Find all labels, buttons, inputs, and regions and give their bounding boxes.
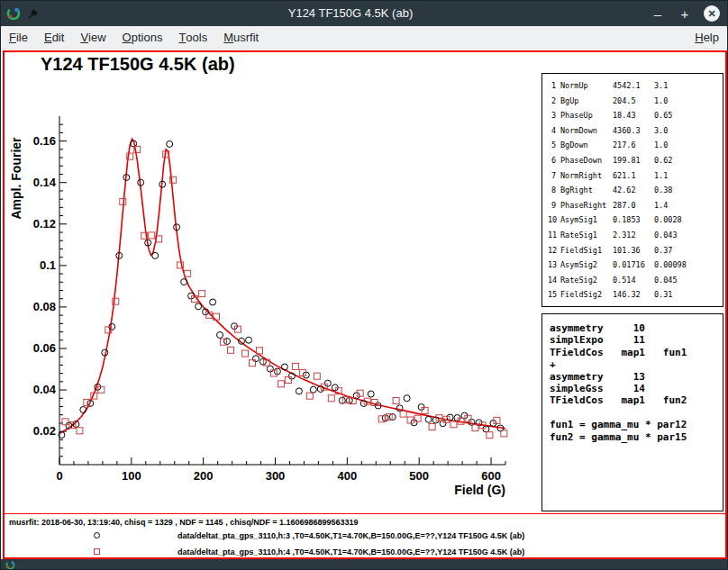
parameter-row: 6PhaseDown199.810.62 bbox=[548, 153, 723, 168]
svg-text:0.06: 0.06 bbox=[33, 341, 56, 355]
menu-item-edit[interactable]: Edit bbox=[36, 26, 72, 49]
theory-line: simpleGss 14 bbox=[550, 383, 723, 394]
y-axis-label: Ampl. Fourier bbox=[9, 137, 23, 220]
data-point bbox=[450, 421, 457, 428]
menu-item-options[interactable]: Options bbox=[114, 26, 171, 49]
parameter-row: 5BgDown217.61.0 bbox=[548, 138, 723, 153]
svg-text:0: 0 bbox=[56, 469, 62, 483]
data-point bbox=[393, 398, 399, 404]
parameter-row: 1NormUp4542.13.1 bbox=[548, 78, 723, 94]
fit-curve bbox=[59, 139, 505, 433]
data-point bbox=[285, 377, 291, 384]
legend-label: data/deltat_pta_gps_3110,h:3 ,T0=4.50K,T… bbox=[177, 531, 524, 540]
data-point bbox=[314, 373, 320, 379]
window-controls: – + ✕ bbox=[650, 5, 720, 23]
svg-text:400: 400 bbox=[338, 469, 358, 483]
parameter-row: 10AsymSig10.18530.0028 bbox=[548, 213, 723, 228]
data-point bbox=[228, 347, 234, 353]
musrfit-app-icon[interactable] bbox=[6, 6, 21, 21]
parameter-row: 2BgUp204.51.0 bbox=[548, 94, 723, 109]
data-point bbox=[250, 360, 256, 366]
data-point bbox=[181, 279, 187, 285]
fit-stats: musrfit: 2018-06-30, 13:19:40, chisq = 1… bbox=[9, 518, 358, 527]
data-point bbox=[246, 337, 252, 343]
theory-box[interactable]: asymmetry 10simplExpo 11TFieldCos map1 f… bbox=[541, 313, 723, 511]
data-point bbox=[487, 432, 493, 439]
theory-line: + bbox=[550, 358, 723, 370]
fourier-chart[interactable]: 0100200300400500600Field (G)0.020.040.06… bbox=[5, 52, 545, 507]
svg-text:200: 200 bbox=[194, 469, 214, 483]
data-point bbox=[296, 388, 302, 394]
menu-item-view[interactable]: View bbox=[72, 26, 114, 49]
menu-item-tools[interactable]: Tools bbox=[170, 26, 215, 49]
circle-marker-icon bbox=[94, 532, 100, 538]
taskbar-strip bbox=[1, 559, 727, 570]
data-point bbox=[310, 386, 316, 393]
titlebar-icons bbox=[6, 6, 40, 21]
parameter-box[interactable]: 1NormUp4542.13.12BgUp204.51.03PhaseUp18.… bbox=[541, 73, 723, 307]
legend-entry: data/deltat_pta_gps_3110,h:3 ,T0=4.50K,T… bbox=[5, 528, 725, 544]
parameter-row: 8BgRight42.620.38 bbox=[548, 183, 723, 198]
theory-line: fun2 = gamma_mu * par15 bbox=[550, 431, 723, 443]
data-point bbox=[149, 232, 155, 239]
svg-text:300: 300 bbox=[266, 469, 286, 483]
data-point bbox=[242, 350, 249, 357]
series-square bbox=[62, 146, 507, 438]
data-point bbox=[328, 395, 334, 402]
svg-text:0.12: 0.12 bbox=[33, 217, 56, 231]
theory-line bbox=[550, 407, 723, 419]
pad-divider bbox=[5, 513, 725, 514]
legend: data/deltat_pta_gps_3110,h:3 ,T0=4.50K,T… bbox=[5, 528, 725, 560]
minimize-button[interactable]: – bbox=[650, 5, 666, 22]
theory-line: TFieldCos map1 fun2 bbox=[550, 394, 723, 406]
data-point bbox=[270, 370, 277, 376]
maximize-button[interactable]: + bbox=[677, 5, 693, 22]
parameter-row: 12FieldSig1101.360.37 bbox=[548, 243, 723, 258]
theory-line: asymmetry 13 bbox=[550, 371, 723, 383]
svg-text:0.08: 0.08 bbox=[33, 300, 56, 313]
application-window: Y124 TF150G 4.5K (ab) – + ✕ FileEditView… bbox=[0, 0, 728, 570]
window-title: Y124 TF150G 4.5K (ab) bbox=[64, 6, 637, 20]
x-axis-label: Field (G) bbox=[454, 483, 505, 497]
menu-spacer bbox=[267, 26, 687, 49]
y-axis: 0.020.040.060.080.10.120.140.16Ampl. Fou… bbox=[9, 116, 67, 465]
menu-item-help[interactable]: Help bbox=[687, 26, 727, 49]
parameter-row: 3PhaseUp18.430.65 bbox=[548, 108, 723, 123]
svg-text:500: 500 bbox=[409, 469, 429, 483]
theory-line: asymmetry 10 bbox=[550, 322, 723, 334]
data-point bbox=[429, 424, 435, 430]
menu-item-musrfit[interactable]: Musrfit bbox=[215, 26, 267, 49]
theory-line: TFieldCos map1 fun1 bbox=[550, 347, 723, 358]
data-point bbox=[217, 332, 223, 339]
parameter-row: 9PhaseRight287.01.4 bbox=[548, 198, 723, 213]
data-point bbox=[400, 411, 406, 417]
svg-text:0.1: 0.1 bbox=[40, 258, 56, 272]
legend-label: data/deltat_pta_gps_3110,h:4 ,T0=4.50K,T… bbox=[177, 547, 524, 556]
data-point bbox=[414, 415, 421, 421]
x-axis: 0100200300400500600Field (G) bbox=[56, 457, 505, 497]
data-point bbox=[368, 391, 374, 397]
svg-text:600: 600 bbox=[481, 469, 501, 483]
data-point bbox=[62, 419, 68, 425]
svg-text:0.02: 0.02 bbox=[33, 424, 56, 438]
parameter-row: 4NormDown4360.33.0 bbox=[548, 123, 723, 139]
data-point bbox=[152, 252, 159, 258]
pin-icon bbox=[27, 7, 40, 20]
legend-entry: data/deltat_pta_gps_3110,h:4 ,T0=4.50K,T… bbox=[5, 544, 725, 560]
data-point bbox=[425, 416, 432, 422]
parameter-row: 14RateSig20.5140.045 bbox=[548, 273, 723, 288]
data-point bbox=[306, 393, 313, 399]
theory-line: simplExpo 11 bbox=[550, 334, 723, 346]
root-canvas[interactable]: Y124 TF150G 4.5K (ab) 010020030040050060… bbox=[3, 50, 727, 559]
titlebar[interactable]: Y124 TF150G 4.5K (ab) – + ✕ bbox=[1, 1, 727, 26]
parameter-row: 13AsymSig20.017160.00098 bbox=[548, 258, 723, 273]
data-point bbox=[292, 363, 298, 369]
svg-text:0.14: 0.14 bbox=[33, 176, 57, 189]
menu-item-file[interactable]: File bbox=[1, 26, 36, 49]
data-point bbox=[167, 141, 173, 148]
parameter-row: 15FieldSig2146.320.31 bbox=[548, 287, 723, 303]
theory-line: fun1 = gamma_mu * par12 bbox=[550, 419, 723, 430]
close-button[interactable]: ✕ bbox=[704, 5, 720, 22]
parameter-row: 7NormRight621.11.1 bbox=[548, 168, 723, 184]
taskbar-app-icon[interactable] bbox=[5, 560, 15, 570]
